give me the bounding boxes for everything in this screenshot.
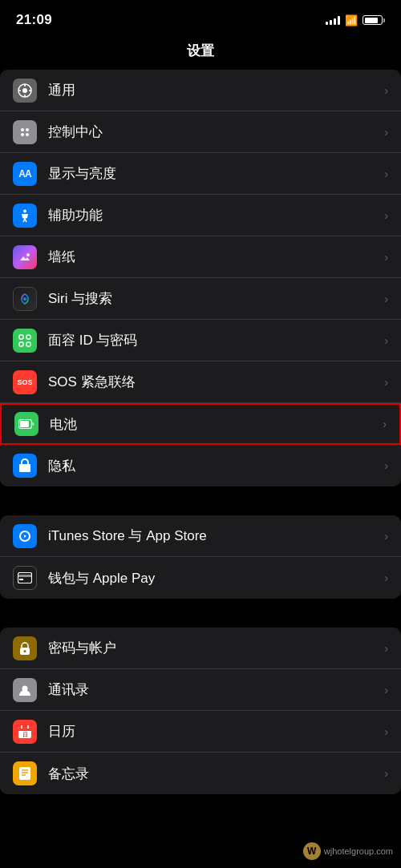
settings-item-notes[interactable]: 备忘录 › <box>0 753 401 794</box>
settings-group-3: 密码与帐户 › 通讯录 › 日 日历 › <box>0 628 401 794</box>
faceid-label: 面容 ID 与密码 <box>48 331 378 349</box>
accessibility-label: 辅助功能 <box>48 206 378 224</box>
section-gap-2 <box>0 605 401 628</box>
passwords-icon <box>13 636 37 660</box>
general-icon <box>13 79 37 103</box>
settings-item-calendar[interactable]: 日 日历 › <box>0 711 401 753</box>
settings-item-siri[interactable]: Siri 与搜索 › <box>0 278 401 320</box>
notes-label: 备忘录 <box>48 765 378 783</box>
battery-label: 电池 <box>50 415 376 434</box>
page-title: 设置 <box>0 35 401 70</box>
display-label: 显示与亮度 <box>48 164 378 183</box>
svg-line-12 <box>25 219 26 222</box>
control-center-icon <box>13 120 37 144</box>
privacy-chevron: › <box>384 459 388 472</box>
calendar-icon: 日 <box>13 720 37 744</box>
wallpaper-icon <box>13 245 37 269</box>
svg-point-8 <box>21 133 24 136</box>
svg-rect-15 <box>19 335 23 339</box>
siri-icon <box>13 287 37 311</box>
contacts-chevron: › <box>384 684 388 696</box>
notes-chevron: › <box>384 767 388 780</box>
sos-chevron: › <box>384 376 388 389</box>
settings-item-battery[interactable]: 电池 › <box>0 403 401 445</box>
display-chevron: › <box>384 168 388 180</box>
sos-icon: SOS <box>13 370 37 394</box>
svg-rect-20 <box>20 421 29 427</box>
display-icon: AA <box>13 162 37 186</box>
svg-point-9 <box>26 133 29 136</box>
wallet-chevron: › <box>384 571 388 584</box>
status-icons: 📶 <box>326 14 385 26</box>
svg-point-1 <box>22 88 27 93</box>
settings-item-wallet[interactable]: 钱包与 Apple Pay › <box>0 557 401 599</box>
siri-chevron: › <box>384 293 388 305</box>
svg-rect-18 <box>26 342 30 346</box>
wallpaper-chevron: › <box>384 251 388 264</box>
svg-point-7 <box>26 128 29 131</box>
svg-rect-21 <box>18 573 32 583</box>
svg-point-14 <box>23 297 26 301</box>
siri-label: Siri 与搜索 <box>48 289 378 308</box>
svg-text:日: 日 <box>22 732 28 737</box>
notes-icon <box>13 761 37 785</box>
battery-chevron: › <box>383 418 387 430</box>
settings-item-accessibility[interactable]: 辅助功能 › <box>0 195 401 236</box>
settings-group-2: iTunes Store 与 App Store › 钱包与 Apple Pay… <box>0 515 401 599</box>
itunes-chevron: › <box>384 530 388 543</box>
signal-icon <box>326 15 340 25</box>
wallet-label: 钱包与 Apple Pay <box>48 569 378 587</box>
settings-item-control-center[interactable]: 控制中心 › <box>0 111 401 153</box>
privacy-icon <box>13 454 37 478</box>
svg-rect-23 <box>19 579 23 580</box>
itunes-label: iTunes Store 与 App Store <box>48 527 378 545</box>
passwords-label: 密码与帐户 <box>48 639 378 657</box>
settings-item-general[interactable]: 通用 › <box>0 70 401 111</box>
control-center-chevron: › <box>384 126 388 139</box>
settings-item-itunes[interactable]: iTunes Store 与 App Store › <box>0 515 401 557</box>
svg-rect-33 <box>19 767 30 780</box>
wallpaper-label: 墙纸 <box>48 248 378 266</box>
svg-point-25 <box>24 650 26 652</box>
watermark-logo: W <box>303 842 321 860</box>
status-bar: 21:09 📶 <box>0 0 401 35</box>
itunes-icon <box>13 524 37 548</box>
control-center-label: 控制中心 <box>48 123 378 141</box>
section-gap-1 <box>0 493 401 515</box>
contacts-icon <box>13 678 37 702</box>
settings-item-contacts[interactable]: 通讯录 › <box>0 669 401 711</box>
calendar-label: 日历 <box>48 722 378 741</box>
passwords-chevron: › <box>384 642 388 655</box>
svg-rect-17 <box>19 342 23 346</box>
wallet-icon <box>13 566 37 590</box>
faceid-chevron: › <box>384 334 388 347</box>
general-label: 通用 <box>48 81 378 99</box>
settings-item-wallpaper[interactable]: 墙纸 › <box>0 236 401 278</box>
settings-item-faceid[interactable]: 面容 ID 与密码 › <box>0 320 401 361</box>
battery-icon <box>14 412 38 436</box>
svg-point-13 <box>26 253 30 256</box>
wifi-icon: 📶 <box>345 14 358 26</box>
settings-item-privacy[interactable]: 隐私 › <box>0 445 401 486</box>
svg-rect-22 <box>18 575 32 577</box>
privacy-label: 隐私 <box>48 457 378 475</box>
settings-item-passwords[interactable]: 密码与帐户 › <box>0 628 401 669</box>
settings-item-display[interactable]: AA 显示与亮度 › <box>0 153 401 195</box>
watermark-text: wjhotelgroup.com <box>324 846 393 856</box>
calendar-chevron: › <box>384 725 388 738</box>
svg-point-10 <box>23 209 26 212</box>
svg-rect-29 <box>18 729 31 731</box>
sos-label: SOS 紧急联络 <box>48 373 378 391</box>
contacts-label: 通讯录 <box>48 680 378 699</box>
accessibility-icon <box>13 204 37 228</box>
settings-group-1: 通用 › 控制中心 › AA 显示与亮度 › 辅助功能 <box>0 70 401 486</box>
status-time: 21:09 <box>16 12 52 28</box>
faceid-icon <box>13 329 37 353</box>
svg-rect-16 <box>26 335 30 339</box>
settings-item-sos[interactable]: SOS SOS 紧急联络 › <box>0 361 401 403</box>
general-chevron: › <box>384 84 388 97</box>
watermark: W wjhotelgroup.com <box>303 842 393 860</box>
svg-point-6 <box>21 128 24 131</box>
accessibility-chevron: › <box>384 209 388 222</box>
battery-status-icon <box>363 15 385 25</box>
